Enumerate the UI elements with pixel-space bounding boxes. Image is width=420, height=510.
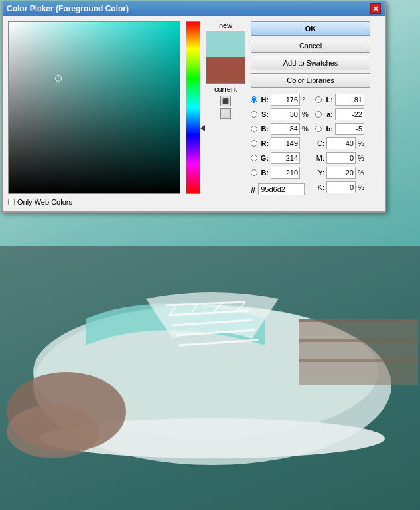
- s-unit: %: [302, 110, 310, 118]
- current-color-swatch: [206, 57, 245, 83]
- color-cursor: [55, 75, 62, 82]
- b-lab-input[interactable]: [335, 123, 364, 135]
- right-panel: OK Cancel Add to Swatches Color Librarie…: [251, 21, 370, 206]
- y-unit: %: [358, 169, 364, 177]
- a-label: a:: [324, 110, 333, 118]
- out-of-gamut-icon[interactable]: ⬛: [220, 96, 231, 106]
- r-label: R:: [259, 139, 269, 147]
- h-row: H: °: [251, 93, 310, 106]
- b-rgb-row: B:: [251, 166, 310, 179]
- svg-rect-15: [299, 319, 418, 385]
- dialog-body: Only Web Colors new current ⬛ ⬜: [3, 16, 385, 211]
- b-lab-radio[interactable]: [315, 126, 322, 132]
- only-web-colors-checkbox[interactable]: [8, 199, 15, 205]
- hue-slider[interactable]: [186, 21, 200, 194]
- b-hsb-radio[interactable]: [251, 126, 257, 132]
- dialog-title: Color Picker (Foreground Color): [7, 4, 129, 13]
- k-unit: %: [358, 183, 364, 191]
- new-color-label: new: [219, 21, 232, 29]
- b-lab-label: b:: [324, 125, 333, 133]
- h-label: H:: [259, 96, 269, 104]
- color-field-wrapper: Only Web Colors: [8, 21, 180, 206]
- s-radio[interactable]: [251, 111, 257, 118]
- r-input[interactable]: [271, 137, 300, 149]
- color-gradient-field[interactable]: [8, 21, 180, 194]
- l-row: L:: [315, 93, 364, 106]
- g-label: G:: [259, 154, 269, 162]
- g-row: G:: [251, 151, 310, 165]
- r-row: R:: [251, 137, 310, 150]
- y-label: Y:: [315, 169, 324, 177]
- color-preview-section: new current ⬛ ⬜: [206, 21, 245, 206]
- h-radio[interactable]: [251, 96, 257, 103]
- k-row: K: %: [315, 181, 364, 194]
- color-icons: ⬛ ⬜: [220, 96, 231, 119]
- color-picker-dialog: Color Picker (Foreground Color) ✕ Only W…: [1, 1, 386, 212]
- current-color-label: current: [214, 85, 237, 93]
- svg-rect-17: [299, 339, 418, 342]
- color-preview-box: [206, 31, 245, 84]
- button-row: OK Cancel Add to Swatches Color Librarie…: [251, 21, 370, 88]
- color-libraries-button[interactable]: Color Libraries: [251, 73, 370, 88]
- hex-input[interactable]: [258, 183, 305, 195]
- r-radio[interactable]: [251, 140, 257, 147]
- web-safe-icon[interactable]: ⬜: [220, 108, 231, 119]
- k-label: K:: [315, 183, 324, 191]
- b-rgb-radio[interactable]: [251, 169, 257, 176]
- svg-rect-16: [299, 319, 418, 322]
- only-web-colors-label: Only Web Colors: [17, 198, 72, 206]
- b-lab-row: b:: [315, 122, 364, 135]
- m-unit: %: [358, 154, 364, 162]
- h-unit: °: [302, 96, 310, 104]
- hsb-rgb-column: H: ° S: % B:: [251, 93, 310, 195]
- g-input[interactable]: [271, 152, 300, 164]
- l-input[interactable]: [335, 94, 364, 106]
- c-row: C: %: [315, 137, 364, 150]
- s-input[interactable]: [271, 108, 300, 120]
- add-to-swatches-button[interactable]: Add to Swatches: [251, 56, 370, 70]
- y-row: Y: %: [315, 166, 364, 179]
- cancel-button[interactable]: Cancel: [251, 39, 370, 53]
- svg-point-5: [7, 405, 100, 458]
- b-hsb-unit: %: [302, 125, 310, 133]
- c-input[interactable]: [326, 137, 356, 149]
- l-label: L:: [324, 96, 333, 104]
- hue-slider-wrapper: [186, 21, 200, 206]
- hex-label: #: [251, 185, 255, 195]
- a-radio[interactable]: [315, 111, 322, 118]
- h-input[interactable]: [271, 94, 300, 106]
- inputs-section: H: ° S: % B:: [251, 93, 370, 195]
- a-row: a:: [315, 108, 364, 121]
- m-row: M: %: [315, 151, 364, 165]
- b-hsb-row: B: %: [251, 122, 310, 135]
- g-radio[interactable]: [251, 155, 257, 161]
- c-unit: %: [358, 139, 364, 147]
- s-label: S:: [259, 110, 269, 118]
- y-input[interactable]: [326, 167, 356, 179]
- b-hsb-input[interactable]: [271, 123, 300, 135]
- a-input[interactable]: [335, 108, 364, 120]
- s-row: S: %: [251, 108, 310, 121]
- only-web-colors-row: Only Web Colors: [8, 198, 180, 206]
- svg-rect-18: [299, 359, 418, 362]
- c-label: C:: [315, 139, 324, 147]
- ok-button[interactable]: OK: [251, 21, 370, 36]
- m-input[interactable]: [326, 152, 356, 164]
- hex-row: #: [251, 183, 310, 195]
- hue-slider-arrow: [200, 125, 205, 131]
- new-color-swatch: [206, 31, 245, 57]
- b-hsb-label: B:: [259, 125, 269, 133]
- close-button[interactable]: ✕: [370, 3, 381, 14]
- title-bar: Color Picker (Foreground Color) ✕: [3, 1, 385, 16]
- b-rgb-label: B:: [259, 169, 269, 177]
- m-label: M:: [315, 154, 324, 162]
- lab-cmyk-column: L: a: b:: [315, 93, 364, 195]
- l-radio[interactable]: [315, 96, 322, 103]
- b-rgb-input[interactable]: [271, 167, 300, 179]
- k-input[interactable]: [326, 181, 356, 193]
